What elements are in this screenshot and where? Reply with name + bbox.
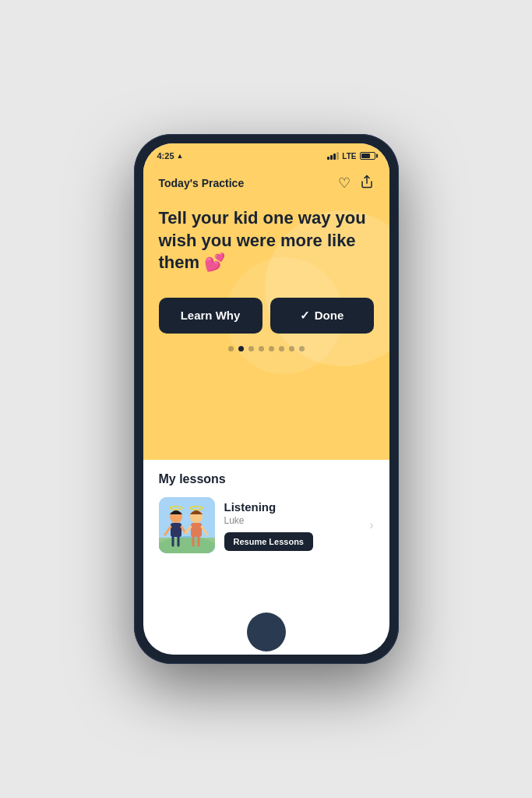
battery-icon bbox=[360, 152, 375, 160]
pagination-dots bbox=[159, 346, 374, 351]
lesson-name: Listening bbox=[224, 500, 361, 514]
dot-1[interactable] bbox=[238, 346, 244, 351]
status-bar: 4:25 ▲ LTE bbox=[143, 143, 389, 164]
dot-6[interactable] bbox=[289, 346, 294, 351]
lesson-author: Luke bbox=[224, 515, 361, 526]
today-practice-label: Today's Practice bbox=[159, 177, 245, 189]
lesson-thumbnail bbox=[159, 497, 215, 553]
phone-device: 4:25 ▲ LTE Today's Practice bbox=[134, 134, 399, 664]
share-icon[interactable] bbox=[360, 175, 374, 192]
dot-4[interactable] bbox=[269, 346, 274, 351]
heart-icon[interactable]: ♡ bbox=[338, 175, 351, 192]
practice-card: Today's Practice ♡ Tell your kid one way… bbox=[143, 164, 389, 460]
resume-lessons-button[interactable]: Resume Lessons bbox=[224, 532, 313, 551]
signal-icon bbox=[327, 152, 339, 160]
time-display: 4:25 bbox=[157, 151, 174, 161]
done-button[interactable]: ✓ Done bbox=[270, 298, 374, 334]
card-header: Today's Practice ♡ bbox=[159, 175, 374, 192]
phone-screen: 4:25 ▲ LTE Today's Practice bbox=[143, 143, 389, 655]
lesson-chevron-icon[interactable]: › bbox=[369, 518, 373, 532]
lessons-section: My lessons bbox=[143, 460, 389, 566]
lessons-title: My lessons bbox=[159, 472, 374, 486]
svg-rect-11 bbox=[191, 523, 202, 537]
svg-rect-3 bbox=[159, 538, 215, 553]
done-label: Done bbox=[315, 309, 344, 322]
dot-2[interactable] bbox=[248, 346, 254, 351]
learn-why-button[interactable]: Learn Why bbox=[159, 298, 262, 334]
status-left: 4:25 ▲ bbox=[157, 151, 184, 161]
lte-label: LTE bbox=[342, 152, 356, 161]
svg-rect-5 bbox=[171, 523, 181, 537]
location-icon: ▲ bbox=[177, 152, 184, 160]
dot-7[interactable] bbox=[299, 346, 305, 351]
lesson-item[interactable]: Listening Luke Resume Lessons › bbox=[159, 497, 374, 553]
dot-0[interactable] bbox=[228, 346, 234, 351]
practice-text: Tell your kid one way you wish you were … bbox=[159, 207, 374, 274]
dot-3[interactable] bbox=[259, 346, 264, 351]
home-button[interactable] bbox=[247, 613, 286, 651]
lesson-info: Listening Luke Resume Lessons bbox=[224, 500, 361, 551]
status-right: LTE bbox=[327, 152, 375, 161]
action-buttons: Learn Why ✓ Done bbox=[159, 298, 374, 334]
done-check-icon: ✓ bbox=[300, 309, 310, 323]
header-icons: ♡ bbox=[338, 175, 374, 192]
dot-5[interactable] bbox=[279, 346, 284, 351]
